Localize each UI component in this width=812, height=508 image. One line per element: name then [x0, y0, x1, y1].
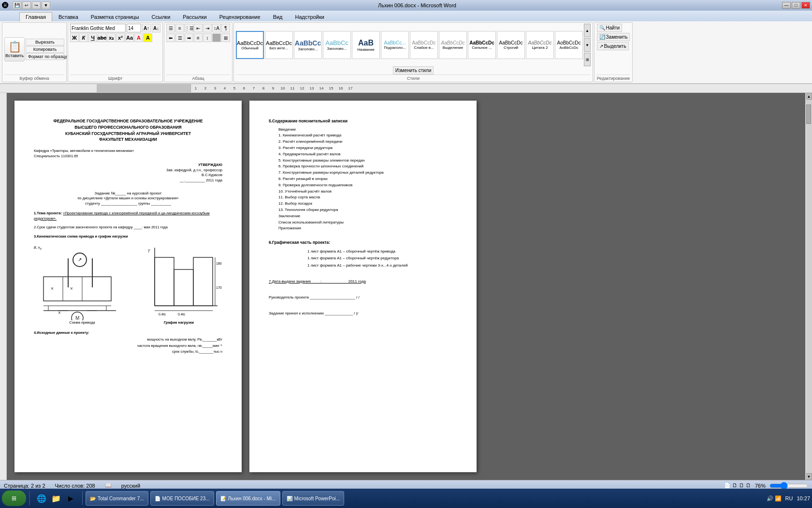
tab-insert[interactable]: Вставка [52, 12, 85, 21]
graph-caption: График нагрузки [135, 320, 222, 326]
svg-rect-0 [44, 277, 111, 301]
line-spacing-btn[interactable]: ↕ [203, 33, 212, 42]
tab-references[interactable]: Ссылки [145, 12, 177, 21]
scrollbar-thumb[interactable] [806, 105, 811, 124]
style-heading1[interactable]: AaBbCcЗаголово... [294, 31, 322, 59]
show-marks-btn[interactable]: ¶ [221, 24, 230, 32]
change-styles-btn[interactable]: Изменить стили [393, 66, 434, 75]
style-strong[interactable]: AaBbCcDcСильное ... [468, 31, 496, 59]
word-count: Число слов: 208 [55, 483, 95, 489]
clear-format-btn[interactable]: Аа [125, 33, 134, 42]
increase-indent-btn[interactable]: ⇥ [203, 24, 212, 32]
page1-header: ФЕДЕРАЛЬНОЕ ГОСУДАРСТВЕННОЕ ОБРАЗОВАТЕЛЬ… [34, 118, 222, 143]
scrollbar-down-btn[interactable]: ▼ [806, 473, 812, 480]
style-normal[interactable]: AaBbCcDcОбычный [236, 31, 264, 59]
replace-button[interactable]: 🔄 Заменить [597, 33, 630, 41]
style-heading2[interactable]: AaBbCcЗаголово... [323, 31, 351, 59]
clipboard-group-content: 📋 Вставить Вырезать Копировать Формат по… [4, 24, 64, 75]
align-center-btn[interactable]: ☰ [175, 33, 184, 42]
tab-mailings[interactable]: Рассылки [176, 12, 213, 21]
minimize-btn[interactable]: — [782, 2, 791, 9]
tab-addins[interactable]: Надстройки [289, 12, 331, 21]
style-subtitle[interactable]: AaBbCc...Подзаголо... [381, 31, 409, 59]
style-no-spacing[interactable]: AaBbCcDcБез инте... [265, 31, 293, 59]
subscript-btn[interactable]: x₂ [107, 33, 116, 42]
ruler-numbers: 1234567891011121314151617 [191, 86, 355, 90]
schema-diagram: ↗ × × [34, 243, 130, 320]
copy-button[interactable]: Копировать [26, 46, 64, 53]
undo-btn[interactable]: ↩ [22, 1, 31, 9]
bullets-btn[interactable]: ☰ [166, 24, 175, 32]
italic-btn[interactable]: К [79, 33, 88, 42]
style-subtle-emphasis[interactable]: AaBbCcDcСлабое в... [410, 31, 438, 59]
start-button[interactable]: ⊞ [2, 491, 26, 506]
align-right-btn[interactable]: ➡ [185, 33, 193, 42]
font-name-input[interactable] [70, 24, 126, 32]
content-item-10: 10. Уточнённый расчёт валов [278, 189, 457, 195]
content-item-1: 1. Кинематический расчёт привода [278, 133, 457, 139]
tc-icon: 📂 [90, 496, 96, 501]
style-emphasis[interactable]: AaBbCcDcВыделение [439, 31, 467, 59]
bold-btn[interactable]: Ж [70, 33, 79, 42]
qa-dropdown-btn[interactable]: ▼ [42, 1, 50, 9]
font-size-input[interactable] [127, 24, 141, 32]
sort-btn[interactable]: ↕A [212, 24, 221, 32]
paste-button[interactable]: 📋 Вставить [4, 37, 25, 61]
tab-home[interactable]: Главная [19, 12, 52, 22]
taskbar-total-commander[interactable]: 📂 Total Commander 7... [86, 491, 148, 506]
tab-view[interactable]: Вид [267, 12, 289, 21]
ribbon-content: 📋 Вставить Вырезать Копировать Формат по… [0, 21, 812, 84]
shading-btn[interactable] [212, 33, 221, 42]
tab-page-layout[interactable]: Разметка страницы [85, 12, 145, 21]
content-item-15: Список использованной литературы [278, 220, 457, 226]
font-shrink-btn[interactable]: A↓ [152, 24, 160, 32]
font-style-row: Ж К Ч аbc x₂ x² Аа А А [70, 33, 152, 42]
scrollbar-up-btn[interactable]: ▲ [806, 93, 812, 100]
ie-icon[interactable]: 🌐 [35, 492, 48, 505]
styles-scroll-up[interactable]: ▲ [584, 24, 591, 37]
media-icon[interactable]: ▶ [64, 492, 77, 505]
zoom-slider[interactable] [769, 482, 808, 489]
style-title[interactable]: AaBНазвание [352, 31, 380, 59]
para-row1: ☰ ≡ ⋮☰ ⇤ ⇥ ↕A ¶ [166, 24, 230, 32]
maximize-btn[interactable]: □ [792, 2, 800, 9]
font-color-btn[interactable]: А [134, 33, 143, 42]
superscript-btn[interactable]: x² [116, 33, 125, 42]
taskbar-moe-posobie[interactable]: 📄 МОЕ ПОСОБИЕ 23... [150, 491, 214, 506]
taskbar-word-doc[interactable]: 📝 Льхин 006.docx - Mi... [216, 491, 280, 506]
borders-btn[interactable]: ⊞ [221, 33, 230, 42]
style-strict[interactable]: AaBbCcDcСтрогий [497, 31, 525, 59]
svg-text:×: × [70, 286, 73, 291]
pages-container[interactable]: ФЕДЕРАЛЬНОЕ ГОСУДАРСТВЕННОЕ ОБРАЗОВАТЕЛЬ… [7, 93, 805, 480]
redo-btn[interactable]: ↪ [32, 1, 41, 9]
justify-btn[interactable]: ≡ [194, 33, 203, 42]
windows-logo: ⊞ [12, 495, 16, 502]
taskbar-powerpoint[interactable]: 📊 Microsoft PowerPoi... [282, 491, 344, 506]
decrease-indent-btn[interactable]: ⇤ [194, 24, 203, 32]
style-last[interactable]: АоBbCcDcАоBbCcDc [555, 31, 583, 59]
service-row: срок службы, tс,_______тыс.ч [34, 349, 222, 355]
styles-scroll-down[interactable]: ▼ [584, 38, 591, 52]
underline-btn[interactable]: Ч [88, 33, 97, 42]
format-painter-button[interactable]: Формат по образцу [26, 53, 64, 60]
style-quote2[interactable]: AaBbCcDcЦитата 2 [526, 31, 554, 59]
explorer-icon[interactable]: 📁 [49, 492, 63, 505]
vertical-scrollbar[interactable]: ▲ ▼ [805, 93, 812, 480]
paragraph-group: ☰ ≡ ⋮☰ ⇤ ⇥ ↕A ¶ ⬅ ☰ ➡ ≡ ↕ ⊞ А [164, 22, 232, 82]
highlight-btn[interactable]: А [144, 33, 152, 42]
find-button[interactable]: 🔍 Найти [597, 24, 623, 32]
align-left-btn[interactable]: ⬅ [166, 33, 175, 42]
tab-review[interactable]: Рецензирование [213, 12, 267, 21]
close-btn[interactable]: ✕ [801, 2, 810, 9]
styles-expand[interactable]: ⊞ [584, 53, 591, 66]
multilevel-btn[interactable]: ⋮☰ [185, 24, 193, 32]
statusbar-right: 📄 🗋 🗋 🗋 76% [724, 482, 808, 489]
styles-scroll: ▲ ▼ ⊞ [584, 24, 591, 66]
font-grow-btn[interactable]: A↑ [142, 24, 151, 32]
cut-button[interactable]: Вырезать [26, 39, 64, 45]
numbered-btn[interactable]: ≡ [175, 24, 184, 32]
strikethrough-btn[interactable]: аbc [98, 33, 106, 42]
save-btn[interactable]: 💾 [13, 1, 21, 9]
select-button[interactable]: ↗ Выделить [597, 42, 629, 50]
language: русский [121, 483, 140, 489]
